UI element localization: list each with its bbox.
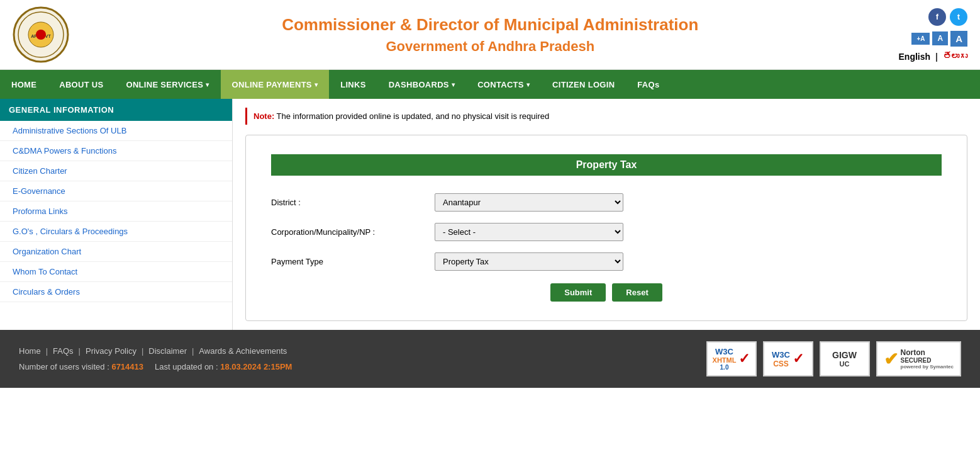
corp-label: Corporation/Muncipality/NP : — [271, 227, 435, 237]
sidebar-item-gos-circulars: G.O's , Circulars & Proceedings — [0, 222, 232, 242]
nav-faqs[interactable]: FAQs — [626, 70, 671, 99]
sidebar: GENERAL INFORMATION Administrative Secti… — [0, 99, 233, 330]
admin-sections-link[interactable]: Administrative Sections Of ULB — [13, 126, 126, 135]
note-bar: Note: The information provided online is… — [245, 108, 967, 125]
sidebar-header: GENERAL INFORMATION — [0, 99, 232, 121]
css-checkmark-icon: ✓ — [793, 351, 804, 367]
district-label: District : — [271, 198, 435, 207]
payment-type-label: Payment Type — [271, 257, 435, 266]
gigw-badge: GIGW UC — [820, 341, 870, 376]
footer-home-link[interactable]: Home — [19, 346, 41, 356]
sidebar-item-org-chart: Organization Chart — [0, 242, 232, 262]
nav-contacts[interactable]: CONTACTS ▾ — [466, 70, 541, 99]
lang-divider: | — [935, 52, 938, 62]
navbar: HOME ABOUT US ONLINE SERVICES ▾ ONLINE P… — [0, 70, 980, 99]
whom-to-contact-link[interactable]: Whom To Contact — [13, 267, 77, 276]
property-tax-form-container: Property Tax District : Anantapur Chitto… — [245, 135, 967, 321]
footer-disclaimer-link[interactable]: Disclaimer — [148, 346, 187, 356]
circulars-orders-link[interactable]: Circulars & Orders — [13, 287, 80, 297]
lang-english[interactable]: English — [899, 52, 931, 62]
nav-links[interactable]: LINKS — [329, 70, 377, 99]
users-label: Number of users visited : — [19, 362, 109, 371]
users-count: 6714413 — [111, 362, 143, 371]
sidebar-item-e-governance: E-Governance — [0, 181, 232, 201]
footer-awards-link[interactable]: Awards & Achievements — [199, 346, 287, 356]
footer-badges: W3C XHTML 1.0 ✓ W3C CSS ✓ GIGW UC ✔ Nor — [706, 341, 961, 376]
norton-check-icon: ✔ — [884, 349, 898, 370]
social-icons: f t — [928, 8, 967, 26]
title-line1: Commissioner & Director of Municipal Adm… — [82, 15, 899, 35]
updated-label: Last updated on : — [155, 362, 218, 371]
dashboards-arrow-icon: ▾ — [452, 81, 455, 88]
sidebar-item-citizen-charter: Citizen Charter — [0, 161, 232, 181]
payment-type-row: Payment Type Property Tax Water Tax Prof… — [271, 252, 942, 271]
facebook-icon[interactable]: f — [928, 8, 946, 26]
note-text: The information provided online is updat… — [277, 111, 550, 121]
note-label: Note: — [253, 111, 274, 121]
sidebar-item-cdma-powers: C&DMA Powers & Functions — [0, 141, 232, 161]
nav-citizen-login[interactable]: CITIZEN LOGIN — [541, 70, 626, 99]
citizen-charter-link[interactable]: Citizen Charter — [13, 166, 67, 176]
sidebar-item-whom-to-contact: Whom To Contact — [0, 262, 232, 282]
corp-row: Corporation/Muncipality/NP : - Select - — [271, 223, 942, 241]
footer-links: Home | FAQs | Privacy Policy | Disclaime… — [19, 346, 292, 356]
nav-dashboards[interactable]: DASHBOARDS ▾ — [377, 70, 466, 99]
online-payments-arrow-icon: ▾ — [315, 81, 318, 88]
footer-privacy-link[interactable]: Privacy Policy — [86, 346, 136, 356]
proforma-links-link[interactable]: Proforma Links — [13, 207, 67, 216]
norton-badge: ✔ Norton SECURED powered by Symantec — [876, 341, 961, 376]
font-increase-button[interactable]: +A — [911, 33, 930, 45]
sidebar-item-circulars-orders: Circulars & Orders — [0, 282, 232, 302]
reset-button[interactable]: Reset — [612, 283, 662, 302]
lang-telugu[interactable]: తెలుగు — [943, 52, 967, 61]
corp-select[interactable]: - Select - — [435, 223, 623, 241]
updated-date: 18.03.2024 2:15PM — [220, 362, 292, 371]
nav-online-services[interactable]: ONLINE SERVICES ▾ — [115, 70, 221, 99]
contacts-arrow-icon: ▾ — [526, 81, 530, 88]
w3c-label: W3C — [715, 347, 733, 356]
header-right: f t +A A A English | తెలుగు — [899, 8, 967, 62]
w3c-css-badge: W3C CSS ✓ — [763, 341, 813, 376]
svg-point-4 — [36, 30, 46, 40]
font-decrease-button[interactable]: A — [950, 31, 967, 47]
district-select[interactable]: Anantapur Chittoor East Godavari Guntur … — [435, 193, 623, 212]
form-title: Property Tax — [271, 154, 942, 176]
footer-faqs-link[interactable]: FAQs — [53, 346, 74, 356]
header-title: Commissioner & Director of Municipal Adm… — [82, 15, 899, 55]
font-controls: +A A A — [911, 31, 967, 47]
sidebar-item-admin-sections: Administrative Sections Of ULB — [0, 121, 232, 141]
cdma-powers-link[interactable]: C&DMA Powers & Functions — [13, 146, 116, 156]
payment-type-select[interactable]: Property Tax Water Tax Professional Tax — [435, 252, 623, 271]
sidebar-item-proforma-links: Proforma Links — [0, 201, 232, 222]
form-buttons: Submit Reset — [271, 283, 942, 302]
nav-about-us[interactable]: ABOUT US — [48, 70, 114, 99]
footer-left: Home | FAQs | Privacy Policy | Disclaime… — [19, 346, 292, 371]
twitter-icon[interactable]: t — [950, 8, 967, 26]
footer: Home | FAQs | Privacy Policy | Disclaime… — [0, 330, 980, 388]
language-selector: English | తెలుగు — [899, 52, 967, 62]
nav-online-payments[interactable]: ONLINE PAYMENTS ▾ — [221, 70, 330, 99]
gos-circulars-link[interactable]: G.O's , Circulars & Proceedings — [13, 227, 128, 236]
w3c-xhtml-badge: W3C XHTML 1.0 ✓ — [706, 341, 757, 376]
org-chart-link[interactable]: Organization Chart — [13, 247, 81, 256]
footer-stats: Number of users visited : 6714413 Last u… — [19, 362, 292, 371]
e-governance-link[interactable]: E-Governance — [13, 186, 65, 196]
submit-button[interactable]: Submit — [550, 283, 606, 302]
online-services-arrow-icon: ▾ — [206, 81, 209, 88]
district-row: District : Anantapur Chittoor East Godav… — [271, 193, 942, 212]
font-normal-button[interactable]: A — [932, 31, 948, 45]
xhtml-checkmark-icon: ✓ — [738, 351, 750, 367]
header: AP GOVT Commissioner & Director of Munic… — [0, 0, 980, 70]
content-wrapper: GENERAL INFORMATION Administrative Secti… — [0, 99, 980, 330]
title-line2: Government of Andhra Pradesh — [82, 38, 899, 55]
main-content: Note: The information provided online is… — [233, 99, 980, 330]
nav-home[interactable]: HOME — [0, 70, 48, 99]
logo: AP GOVT — [13, 6, 69, 63]
